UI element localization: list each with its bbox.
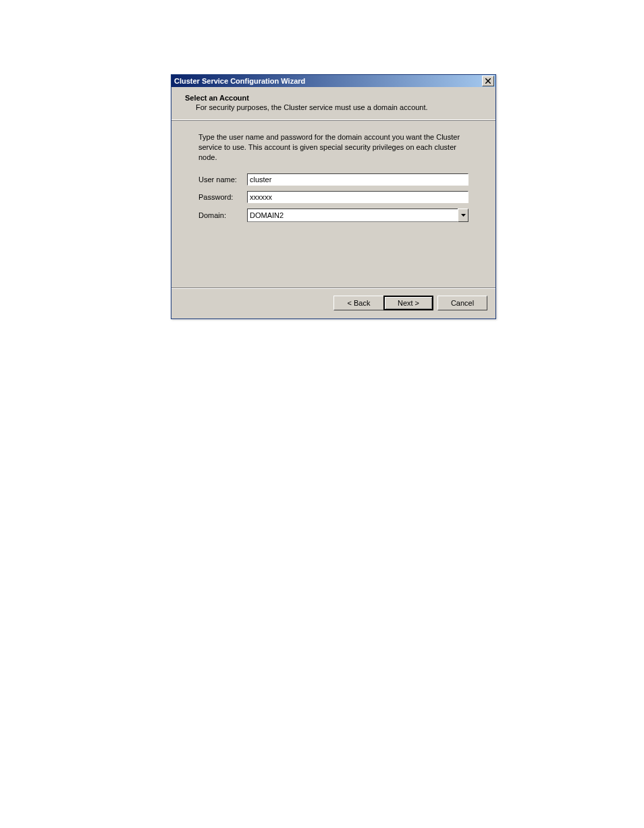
wizard-dialog: Cluster Service Configuration Wizard Sel… <box>171 74 496 319</box>
wizard-content: Type the user name and password for the … <box>171 120 495 287</box>
username-input[interactable] <box>247 173 468 186</box>
svg-marker-2 <box>461 214 466 217</box>
back-button[interactable]: < Back <box>333 296 383 310</box>
domain-input[interactable] <box>247 209 458 222</box>
password-label: Password: <box>198 193 247 201</box>
domain-row: Domain: <box>198 209 468 222</box>
close-icon <box>485 78 491 84</box>
username-row: User name: <box>198 173 468 186</box>
next-button[interactable]: Next > <box>383 296 433 310</box>
window-title: Cluster Service Configuration Wizard <box>174 77 305 85</box>
chevron-down-icon <box>461 214 466 217</box>
page-description: For security purposes, the Cluster servi… <box>196 103 485 111</box>
domain-combobox[interactable] <box>247 209 468 222</box>
page-title: Select an Account <box>185 94 485 102</box>
titlebar: Cluster Service Configuration Wizard <box>171 75 495 87</box>
cancel-button[interactable]: Cancel <box>437 296 487 310</box>
domain-label: Domain: <box>198 211 247 219</box>
back-next-group: < Back Next > <box>333 296 433 310</box>
username-label: User name: <box>198 175 247 184</box>
domain-dropdown-button[interactable] <box>458 209 468 222</box>
button-row: < Back Next > Cancel <box>171 289 495 319</box>
wizard-header: Select an Account For security purposes,… <box>171 87 495 120</box>
password-input[interactable] <box>247 191 468 203</box>
instruction-text: Type the user name and password for the … <box>198 132 468 163</box>
close-button[interactable] <box>482 76 494 86</box>
password-row: Password: <box>198 191 468 203</box>
